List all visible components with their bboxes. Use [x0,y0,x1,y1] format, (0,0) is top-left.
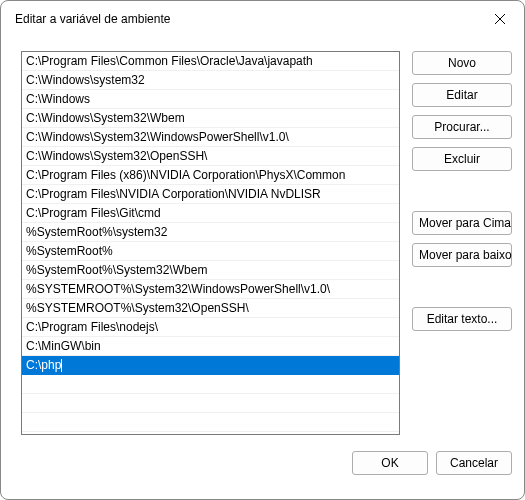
list-item[interactable]: %SystemRoot%\system32 [22,223,399,242]
list-item[interactable]: C:\Windows\System32\OpenSSH\ [22,147,399,166]
new-button[interactable]: Novo [412,51,512,75]
list-item[interactable]: %SystemRoot% [22,242,399,261]
window-title: Editar a variável de ambiente [15,12,170,26]
edit-button[interactable]: Editar [412,83,512,107]
ok-button[interactable]: OK [352,451,428,475]
list-item[interactable]: %SYSTEMROOT%\System32\WindowsPowerShell\… [22,280,399,299]
cancel-button[interactable]: Cancelar [436,451,512,475]
side-button-panel: Novo Editar Procurar... Excluir Mover pa… [412,51,512,435]
list-item[interactable]: C:\Program Files\nodejs\ [22,318,399,337]
close-icon [495,14,505,24]
edit-text-button[interactable]: Editar texto... [412,307,512,331]
list-item[interactable]: %SystemRoot%\System32\Wbem [22,261,399,280]
list-item[interactable]: C:\Program Files\Common Files\Oracle\Jav… [22,52,399,71]
move-down-button[interactable]: Mover para baixo [412,243,512,267]
list-item[interactable]: C:\Windows\system32 [22,71,399,90]
move-up-button[interactable]: Mover para Cima [412,211,512,235]
list-item[interactable]: C:\Program Files\NVIDIA Corporation\NVID… [22,185,399,204]
list-item[interactable]: C:\Windows\System32\WindowsPowerShell\v1… [22,128,399,147]
list-item[interactable]: C:\Program Files\Git\cmd [22,204,399,223]
list-item[interactable]: C:\Windows\System32\Wbem [22,109,399,128]
list-item[interactable]: C:\MinGW\bin [22,337,399,356]
browse-button[interactable]: Procurar... [412,115,512,139]
dialog-footer: OK Cancelar [1,443,524,487]
titlebar: Editar a variável de ambiente [1,1,524,37]
list-item-empty[interactable] [22,413,399,432]
list-item-empty[interactable] [22,394,399,413]
path-listbox[interactable]: C:\Program Files\Common Files\Oracle\Jav… [21,51,400,435]
delete-button[interactable]: Excluir [412,147,512,171]
list-item[interactable]: %SYSTEMROOT%\System32\OpenSSH\ [22,299,399,318]
list-item-editing[interactable]: C:\php [22,356,399,375]
dialog-content: C:\Program Files\Common Files\Oracle\Jav… [1,37,524,443]
list-item[interactable]: C:\Windows [22,90,399,109]
list-item-empty[interactable] [22,375,399,394]
list-item[interactable]: C:\Program Files (x86)\NVIDIA Corporatio… [22,166,399,185]
path-edit-input[interactable]: C:\php [22,356,399,374]
close-button[interactable] [478,4,522,34]
